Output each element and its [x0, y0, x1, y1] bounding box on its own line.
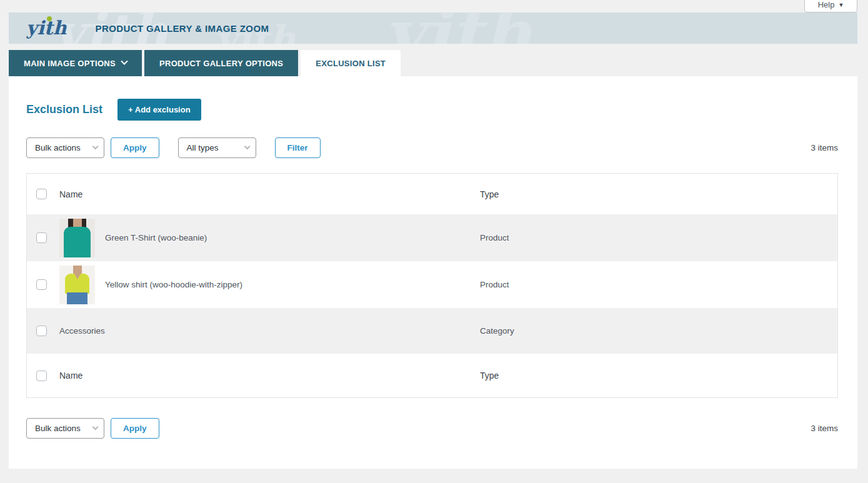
table-row: Green T-Shirt (woo-beanie) Product: [27, 214, 837, 261]
watermark-logo: yith: [384, 12, 532, 44]
table-footer-row: Name Type: [27, 354, 837, 397]
filter-button[interactable]: Filter: [275, 137, 321, 158]
column-footer-type: Type: [480, 371, 837, 381]
row-type: Product: [480, 233, 837, 242]
table-header-row: Name Type: [27, 174, 837, 214]
yith-logo: yith: [26, 19, 67, 37]
tab-label: PRODUCT GALLERY OPTIONS: [159, 59, 283, 68]
page-title: PRODUCT GALLERY & IMAGE ZOOM: [96, 23, 269, 34]
row-checkbox[interactable]: [36, 279, 47, 290]
bottom-toolbar: Bulk actions Apply 3 items: [26, 418, 838, 439]
bulk-actions-value: Bulk actions: [35, 424, 81, 433]
exclusion-table: Name Type Green T-Shirt (woo-beanie) Pro…: [26, 173, 838, 398]
bulk-actions-select-bottom[interactable]: Bulk actions: [26, 418, 104, 439]
chevron-down-icon: [92, 143, 99, 149]
column-footer-name: Name: [59, 371, 480, 381]
product-thumbnail-yellow-shirt: [59, 266, 95, 304]
exclusion-list-panel: Exclusion List + Add exclusion Bulk acti…: [9, 76, 857, 469]
tab-bar: MAIN IMAGE OPTIONS PRODUCT GALLERY OPTIO…: [9, 50, 401, 76]
bulk-actions-select[interactable]: Bulk actions: [26, 137, 104, 158]
help-button[interactable]: Help ▼: [804, 0, 857, 12]
chevron-down-icon: [121, 58, 127, 65]
plugin-header: yith yith yith yith PRODUCT GALLERY & IM…: [9, 12, 857, 44]
product-thumbnail-green-tshirt: [59, 219, 95, 257]
tab-label: EXCLUSION LIST: [316, 59, 386, 68]
column-header-name: Name: [59, 189, 480, 199]
tab-exclusion-list[interactable]: EXCLUSION LIST: [301, 50, 401, 76]
apply-button-bottom[interactable]: Apply: [111, 418, 159, 439]
logo-green-dot: [47, 16, 52, 21]
type-filter-value: All types: [187, 143, 219, 152]
add-exclusion-button[interactable]: + Add exclusion: [117, 99, 201, 121]
bulk-actions-value: Bulk actions: [35, 143, 81, 152]
select-all-checkbox[interactable]: [36, 189, 47, 199]
row-name: Green T-Shirt (woo-beanie): [105, 233, 207, 242]
items-count: 3 items: [811, 143, 838, 152]
row-name: Yellow shirt (woo-hoodie-with-zipper): [105, 280, 242, 289]
row-type: Product: [480, 280, 837, 289]
row-checkbox[interactable]: [36, 232, 47, 243]
table-row: Accessories Category: [27, 308, 837, 354]
chevron-down-icon: ▼: [838, 1, 844, 9]
tab-main-image-options[interactable]: MAIN IMAGE OPTIONS: [9, 50, 142, 76]
panel-heading: Exclusion List: [26, 103, 102, 116]
chevron-down-icon: [92, 424, 99, 430]
row-name: Accessories: [59, 326, 105, 336]
tab-label: MAIN IMAGE OPTIONS: [24, 59, 116, 68]
chevron-down-icon: [244, 143, 250, 149]
items-count: 3 items: [811, 424, 838, 433]
row-type: Category: [480, 326, 837, 336]
apply-button[interactable]: Apply: [111, 137, 159, 158]
type-filter-select[interactable]: All types: [178, 137, 256, 158]
select-all-checkbox[interactable]: [36, 371, 47, 381]
row-checkbox[interactable]: [36, 326, 47, 336]
top-toolbar: Bulk actions Apply All types Filter 3 it…: [26, 137, 838, 158]
help-button-label: Help: [818, 0, 835, 9]
table-row: Yellow shirt (woo-hoodie-with-zipper) Pr…: [27, 261, 837, 308]
yith-logo-text: yith: [26, 17, 67, 39]
column-header-type: Type: [480, 189, 837, 199]
tab-product-gallery-options[interactable]: PRODUCT GALLERY OPTIONS: [144, 50, 298, 76]
